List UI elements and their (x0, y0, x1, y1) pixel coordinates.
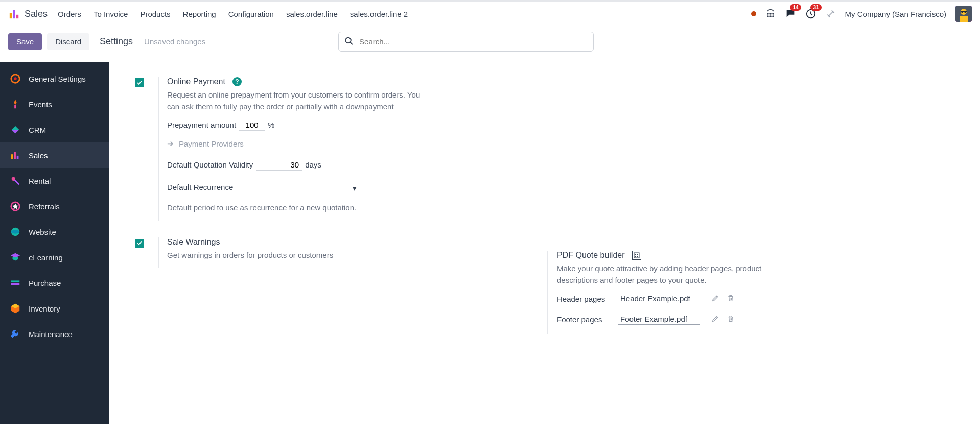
svg-point-3 (767, 13, 768, 14)
sidebar-item-elearning[interactable]: eLearning (0, 245, 109, 270)
building-icon[interactable] (632, 251, 641, 260)
sidebar-item-inventory[interactable]: Inventory (0, 296, 109, 321)
footer-pages-label: Footer pages (557, 315, 613, 324)
validity-suffix: days (305, 160, 321, 169)
recurrence-select[interactable] (236, 181, 359, 194)
top-navbar: Sales Orders To Invoice Products Reporti… (0, 0, 980, 26)
arrow-right-icon: ➔ (167, 139, 174, 148)
svg-rect-27 (11, 280, 20, 282)
nav-link-toinvoice[interactable]: To Invoice (94, 10, 128, 18)
svg-rect-32 (635, 256, 636, 257)
elearning-icon (9, 251, 21, 264)
messages-badge: 14 (790, 4, 801, 11)
sidebar-label: CRM (29, 126, 46, 134)
sidebar-item-referrals[interactable]: Referrals (0, 194, 109, 219)
inventory-icon (9, 302, 21, 315)
status-indicator (751, 11, 756, 16)
nav-link-sol2[interactable]: sales.order.line 2 (350, 10, 408, 18)
sale-warnings-title: Sale Warnings (167, 237, 220, 247)
sidebar-item-maintenance[interactable]: Maintenance (0, 321, 109, 347)
nav-link-sol1[interactable]: sales.order.line (286, 10, 338, 18)
sales-icon (9, 149, 21, 161)
svg-rect-28 (11, 283, 20, 285)
nav-link-configuration[interactable]: Configuration (228, 10, 274, 18)
svg-rect-31 (637, 254, 638, 255)
validity-label: Default Quotation Validity (167, 160, 253, 169)
gear-icon (9, 73, 21, 85)
sidebar-label: Purchase (29, 279, 61, 288)
svg-point-18 (14, 77, 17, 80)
online-payment-title: Online Payment (167, 77, 225, 86)
sidebar-item-crm[interactable]: CRM (0, 117, 109, 142)
setting-online-payment: Online Payment ? Request an online prepa… (135, 77, 547, 221)
svg-rect-30 (635, 254, 636, 255)
svg-point-6 (767, 16, 768, 17)
footer-file-name[interactable]: Footer Example.pdf (618, 314, 700, 325)
recurrence-label: Default Recurrence (167, 183, 233, 192)
pdf-builder-title: PDF Quote builder (557, 251, 625, 260)
svg-rect-1 (13, 10, 15, 18)
settings-sidebar: General Settings Events CRM Sales Rental… (0, 62, 109, 424)
messages-icon[interactable]: 14 (785, 8, 796, 19)
sidebar-item-general[interactable]: General Settings (0, 66, 109, 91)
save-button[interactable]: Save (8, 33, 42, 50)
svg-point-7 (770, 16, 771, 17)
svg-point-8 (773, 16, 774, 17)
sidebar-item-website[interactable]: Website (0, 219, 109, 245)
referrals-icon (9, 200, 21, 212)
payment-providers-label: Payment Providers (179, 139, 244, 148)
sidebar-label: Rental (29, 177, 51, 185)
prepayment-input[interactable] (239, 120, 265, 131)
maintenance-icon (9, 328, 21, 340)
svg-rect-33 (637, 256, 638, 257)
nav-link-reporting[interactable]: Reporting (183, 10, 216, 18)
dialpad-icon[interactable] (765, 9, 776, 19)
pdf-builder-desc: Make your quote attractive by adding hea… (557, 263, 802, 286)
website-icon (9, 226, 21, 238)
sidebar-item-sales[interactable]: Sales (0, 142, 109, 168)
svg-rect-20 (11, 154, 13, 159)
sidebar-item-purchase[interactable]: Purchase (0, 270, 109, 296)
sidebar-item-events[interactable]: Events (0, 91, 109, 117)
sidebar-label: Events (29, 100, 52, 109)
online-payment-desc: Request an online prepayment from your c… (167, 89, 433, 112)
sidebar-label: Maintenance (29, 330, 73, 339)
sidebar-label: General Settings (29, 75, 86, 83)
action-bar: Save Discard Settings Unsaved changes (0, 26, 980, 62)
svg-point-15 (965, 12, 966, 13)
activities-badge: 31 (810, 4, 821, 11)
sale-warnings-checkbox[interactable] (135, 239, 144, 248)
setting-pdf-builder: PDF Quote builder Make your quote attrac… (547, 251, 960, 334)
tools-icon[interactable] (826, 9, 836, 19)
nav-link-products[interactable]: Products (140, 10, 170, 18)
edit-icon[interactable] (711, 294, 719, 304)
trash-icon[interactable] (727, 315, 735, 324)
svg-rect-19 (14, 105, 16, 108)
edit-icon[interactable] (711, 315, 719, 324)
search-input[interactable] (338, 32, 594, 52)
nav-link-orders[interactable]: Orders (58, 10, 81, 18)
unsaved-indicator: Unsaved changes (144, 37, 205, 46)
online-payment-checkbox[interactable] (135, 78, 144, 87)
app-title[interactable]: Sales (25, 9, 48, 19)
validity-input[interactable] (256, 159, 302, 171)
svg-rect-22 (17, 156, 19, 159)
header-file-name[interactable]: Header Example.pdf (618, 293, 700, 304)
user-avatar[interactable] (955, 6, 972, 22)
purchase-icon (9, 277, 21, 289)
payment-providers-link[interactable]: ➔ Payment Providers (167, 139, 537, 148)
sidebar-item-rental[interactable]: Rental (0, 168, 109, 194)
activities-icon[interactable]: 31 (805, 8, 816, 19)
svg-point-26 (11, 230, 20, 233)
sidebar-label: Sales (29, 151, 48, 160)
setting-sale-warnings: Sale Warnings Get warnings in orders for… (135, 237, 547, 269)
trash-icon[interactable] (727, 294, 735, 304)
page-title: Settings (100, 36, 133, 47)
company-selector[interactable]: My Company (San Francisco) (845, 10, 946, 18)
search-icon (344, 36, 354, 47)
svg-point-5 (773, 13, 774, 14)
prepayment-suffix: % (268, 121, 274, 129)
discard-button[interactable]: Discard (47, 33, 89, 50)
help-icon[interactable]: ? (232, 77, 242, 86)
events-icon (9, 98, 21, 110)
